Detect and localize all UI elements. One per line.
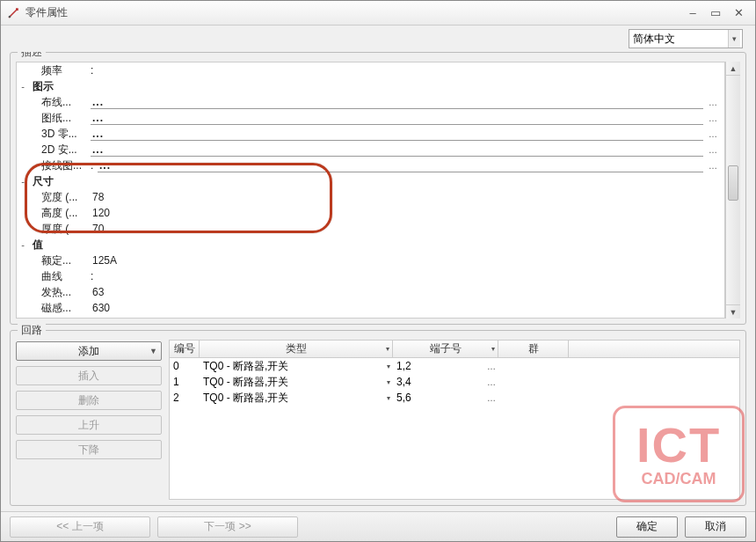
description-legend: 描述 [18,52,46,60]
description-group: 描述 频率:-图示布线......…图纸......…3D 零......…2D… [10,52,746,325]
property-label: 2D 安... [38,143,91,157]
browse-button[interactable]: … [705,112,721,125]
property-row[interactable]: 2D 安......… [17,142,724,157]
scrollbar[interactable]: ▲ ▼ [725,62,740,319]
property-row[interactable]: -值 [17,237,724,253]
cell-type[interactable]: TQ0 - 断路器,开关▾ [200,375,393,390]
property-label: 宽度 (... [38,190,91,205]
property-value[interactable]: 120 [91,207,724,219]
property-row[interactable]: 高度 (...120 [17,205,724,221]
property-value[interactable]: 630 [91,302,724,314]
table-header: 编号 类型▾ 端子号▾ 群 [170,341,739,358]
language-bar: 简体中文 ▾ [1,26,755,52]
property-label: 尺寸 [29,174,82,189]
cell-term[interactable]: 5,6… [393,392,498,404]
move-up-button[interactable]: 上升 [16,415,162,435]
table-row[interactable]: 0TQ0 - 断路器,开关▾1,2… [170,358,739,374]
chevron-down-icon: ▾ [491,345,495,353]
property-value[interactable]: 70 [91,223,724,235]
col-type[interactable]: 类型▾ [200,341,393,357]
move-down-button[interactable]: 下降 [16,440,162,459]
cell-term[interactable]: 1,2… [393,360,498,372]
svg-point-0 [9,15,11,18]
browse-button[interactable]: … [705,143,721,157]
property-value-input[interactable]: ...… [91,128,703,141]
property-label: 厚度 (... [38,222,91,237]
language-value: 简体中文 [633,32,675,47]
cell-term[interactable]: 3,4… [393,376,498,388]
property-label: 高度 (... [38,206,91,221]
property-row[interactable]: 曲线: [17,268,724,284]
property-label: 图示 [29,79,82,94]
footer: << 上一项 下一项 >> 确定 取消 [1,511,755,541]
circuits-group: 回路 添加▼ 插入 删除 上升 下降 编号 类型▾ 端子号▾ 群 0TQ0 - … [10,330,746,506]
close-button[interactable]: ✕ [727,6,750,20]
ellipsis-icon: … [487,377,496,387]
delete-button[interactable]: 删除 [16,391,162,410]
scroll-up-icon[interactable]: ▲ [726,62,740,76]
property-value[interactable]: 125A [91,254,724,267]
scroll-thumb[interactable] [728,165,738,201]
property-label: 发热... [38,285,91,300]
property-row[interactable]: -尺寸 [17,173,724,189]
property-row[interactable]: 厚度 (...70 [17,221,724,237]
titlebar: 零件属性 – ▭ ✕ [1,1,755,26]
chevron-down-icon: ▾ [387,394,390,402]
maximize-button[interactable]: ▭ [704,6,727,20]
cancel-button[interactable]: 取消 [685,516,746,538]
ellipsis-icon: … [487,362,496,371]
property-value-input[interactable]: ...… [91,112,703,125]
cell-num: 1 [170,376,200,388]
property-row[interactable]: 额定...125A [17,253,724,268]
app-icon [6,6,20,20]
property-value-input[interactable]: ...… [91,143,703,157]
browse-button[interactable]: … [705,96,721,109]
browse-button[interactable]: … [705,128,721,141]
col-term[interactable]: 端子号▾ [393,341,498,357]
description-grid[interactable]: 频率:-图示布线......…图纸......…3D 零......…2D 安.… [16,62,725,319]
property-row[interactable]: 频率: [17,62,724,78]
circuits-table[interactable]: 编号 类型▾ 端子号▾ 群 0TQ0 - 断路器,开关▾1,2…1TQ0 - 断… [169,340,740,500]
property-value-input[interactable]: ...… [98,159,703,172]
ok-button[interactable]: 确定 [616,516,678,538]
property-row[interactable]: 宽度 (...78 [17,189,724,205]
circuits-legend: 回路 [18,323,46,338]
table-row[interactable]: 2TQ0 - 断路器,开关▾5,6… [170,390,739,406]
expand-toggle[interactable]: - [17,81,29,92]
window-title: 零件属性 [25,5,68,20]
property-row[interactable]: 发热...63 [17,284,724,300]
property-label: 布线... [38,95,91,110]
cell-type[interactable]: TQ0 - 断路器,开关▾ [200,391,393,406]
property-row[interactable]: -图示 [17,78,724,94]
language-select[interactable]: 简体中文 ▾ [629,29,743,48]
property-row[interactable]: 磁感...630 [17,300,724,316]
expand-toggle[interactable]: - [17,176,29,187]
chevron-down-icon: ▾ [387,378,390,386]
insert-button[interactable]: 插入 [16,366,162,385]
property-row[interactable]: 接线图...:...… [17,157,724,173]
minimize-button[interactable]: – [681,6,704,20]
table-row[interactable]: 1TQ0 - 断路器,开关▾3,4… [170,374,739,390]
property-label: 曲线 [38,269,91,284]
next-button[interactable]: 下一项 >> [157,516,298,538]
col-group[interactable]: 群 [498,341,569,357]
expand-toggle[interactable]: - [17,239,29,250]
property-row[interactable]: 图纸......… [17,110,724,126]
property-label: 接线图... [38,158,91,173]
property-value[interactable]: 78 [91,191,724,203]
chevron-down-icon: ▾ [387,363,390,370]
prev-button[interactable]: << 上一项 [10,516,150,538]
property-row[interactable]: 3D 零......… [17,126,724,142]
browse-button[interactable]: … [705,159,721,172]
cell-type[interactable]: TQ0 - 断路器,开关▾ [200,359,393,374]
property-label: 值 [29,238,82,253]
property-label: 磁感... [38,301,91,316]
cell-num: 0 [170,360,200,372]
col-num[interactable]: 编号 [170,341,200,357]
property-label: 额定... [38,253,91,268]
property-value[interactable]: 63 [91,286,724,298]
property-value-input[interactable]: ...… [91,96,703,109]
property-row[interactable]: 布线......… [17,94,724,110]
scroll-down-icon[interactable]: ▼ [726,304,740,319]
add-button[interactable]: 添加▼ [16,341,162,361]
